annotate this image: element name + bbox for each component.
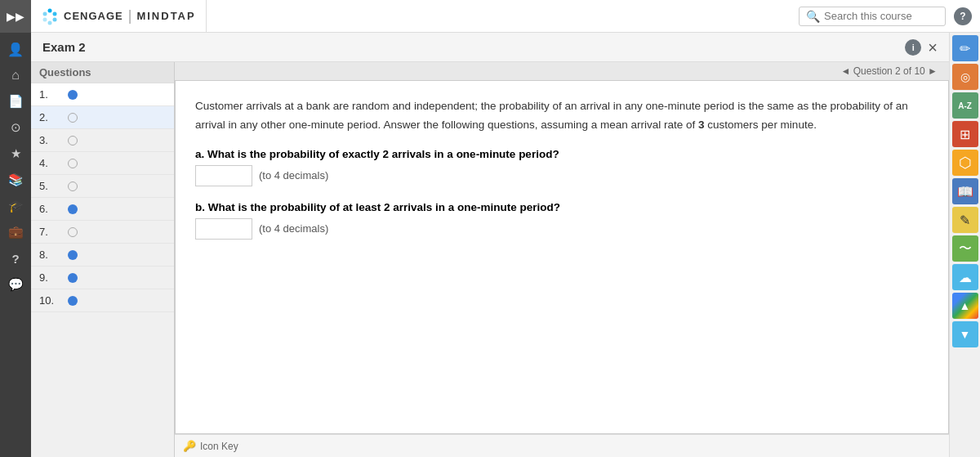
question-nav-text: ◄ Question 2 of 10 ► (841, 65, 938, 77)
svg-point-1 (53, 11, 57, 16)
q-dot-9 (68, 273, 78, 283)
question-num-8: 8. (39, 249, 68, 261)
question-item-9[interactable]: 9. (31, 267, 174, 289)
question-num-7: 7. (39, 226, 68, 238)
close-button[interactable]: × (928, 39, 938, 56)
question-item-8[interactable]: 8. (31, 244, 174, 267)
sidebar-icon-cap[interactable]: 🎓 (3, 194, 28, 218)
q-dot-10 (68, 296, 78, 306)
question-item-2[interactable]: 2. (31, 106, 174, 129)
sidebar-icon-books[interactable]: 📚 (3, 168, 28, 192)
part-b-input[interactable] (195, 218, 252, 240)
mindtap-text: MINDTAP (136, 10, 195, 22)
tool-notepad[interactable]: ✎ (952, 207, 978, 233)
question-body: Customer arrivals at a bank are random a… (175, 81, 949, 434)
part-b-label: b. What is the probability of at least 2… (195, 201, 929, 213)
part-a-hint: (to 4 decimals) (259, 169, 328, 181)
expand-sidebar-button[interactable]: ▶▶ (0, 0, 31, 33)
tool-orange-circle[interactable]: ⬡ (952, 150, 978, 176)
tool-cloud[interactable]: ☁ (952, 264, 978, 290)
content-area: Exam 2 i × Questions 1. 2. (31, 33, 949, 457)
svg-point-2 (53, 17, 57, 21)
q-dot-7 (68, 227, 78, 237)
search-icon: 🔍 (806, 10, 820, 23)
question-nav: ◄ Question 2 of 10 ► (175, 62, 949, 81)
question-num-6: 6. (39, 203, 68, 215)
icon-key-bar: 🔑 Icon Key (175, 434, 949, 457)
tool-wave[interactable]: 〜 (952, 235, 978, 262)
question-item-5[interactable]: 5. (31, 175, 174, 198)
tool-drive[interactable]: ▲ (952, 293, 978, 319)
cengage-text: CENGAGE (64, 10, 123, 22)
svg-point-5 (43, 11, 47, 16)
question-item-10[interactable]: 10. (31, 289, 174, 312)
question-num-9: 9. (39, 271, 68, 284)
question-num-5: 5. (39, 180, 68, 192)
sidebar-icon-chat[interactable]: 💬 (3, 272, 28, 297)
q-dot-1 (68, 90, 78, 100)
search-box[interactable]: 🔍 (799, 7, 946, 26)
logo-divider: | (128, 7, 132, 25)
key-icon: 🔑 (183, 440, 196, 452)
part-b-hint: (to 4 decimals) (259, 222, 328, 235)
sidebar-icon-document[interactable]: 📄 (3, 89, 28, 114)
question-item-4[interactable]: 4. (31, 152, 174, 175)
q-dot-2 (68, 113, 78, 123)
question-num-3: 3. (39, 134, 68, 146)
svg-point-4 (43, 17, 47, 21)
left-sidebar: 👤 ⌂ 📄 ⊙ ★ 📚 🎓 💼 ? 💬 (0, 33, 31, 457)
exam-header: Exam 2 i × (31, 33, 949, 62)
question-body-text: Customer arrivals at a bank are random a… (195, 97, 929, 135)
right-toolbar: ✏ ◎ A-Z ⊞ ⬡ 📖 ✎ 〜 ☁ ▲ ▼ (949, 33, 980, 457)
tool-az[interactable]: A-Z (952, 92, 978, 119)
tool-rss[interactable]: ◎ (952, 64, 978, 90)
part-b-answer-row: (to 4 decimals) (195, 218, 929, 240)
tool-office[interactable]: ⊞ (952, 121, 978, 147)
sidebar-icon-star[interactable]: ★ (3, 141, 28, 166)
sidebar-icon-home[interactable]: ⌂ (3, 63, 28, 87)
q-dot-5 (68, 181, 78, 191)
part-a-input[interactable] (195, 165, 252, 186)
question-item-7[interactable]: 7. (31, 221, 174, 244)
question-item-3[interactable]: 3. (31, 129, 174, 152)
sidebar-icon-question[interactable]: ? (3, 246, 28, 271)
cengage-logo-icon (41, 7, 59, 25)
tool-down-arrow[interactable]: ▼ (952, 321, 978, 347)
tool-book[interactable]: 📖 (952, 178, 978, 204)
sidebar-icon-user[interactable]: 👤 (3, 37, 28, 61)
questions-panel: Questions 1. 2. 3. (31, 62, 175, 457)
q-dot-4 (68, 159, 78, 168)
info-button[interactable]: i (905, 39, 921, 56)
sidebar-icon-clock[interactable]: ⊙ (3, 115, 28, 140)
exam-title: Exam 2 (42, 40, 86, 54)
sidebar-icon-briefcase[interactable]: 💼 (3, 220, 28, 244)
icon-key-label: Icon Key (200, 441, 238, 452)
svg-point-3 (48, 20, 52, 25)
q-dot-8 (68, 250, 78, 260)
logo: CENGAGE | MINDTAP (31, 0, 207, 32)
tool-pencil[interactable]: ✏ (952, 35, 978, 61)
part-a-label: a. What is the probability of exactly 2 … (195, 148, 929, 160)
part-a-answer-row: (to 4 decimals) (195, 165, 929, 186)
question-panel: ◄ Question 2 of 10 ► Customer arrivals a… (175, 62, 949, 457)
svg-point-0 (48, 8, 52, 12)
q-dot-3 (68, 136, 78, 146)
question-num-10: 10. (39, 294, 68, 307)
question-item-1[interactable]: 1. (31, 83, 174, 106)
questions-panel-header: Questions (31, 62, 174, 83)
help-button[interactable]: ? (954, 7, 972, 25)
question-num-2: 2. (39, 111, 68, 123)
question-list: 1. 2. 3. 4. (31, 83, 174, 312)
q-dot-6 (68, 204, 78, 214)
question-num-4: 4. (39, 157, 68, 169)
search-input[interactable] (824, 10, 938, 22)
question-item-6[interactable]: 6. (31, 198, 174, 221)
question-num-1: 1. (39, 88, 68, 101)
